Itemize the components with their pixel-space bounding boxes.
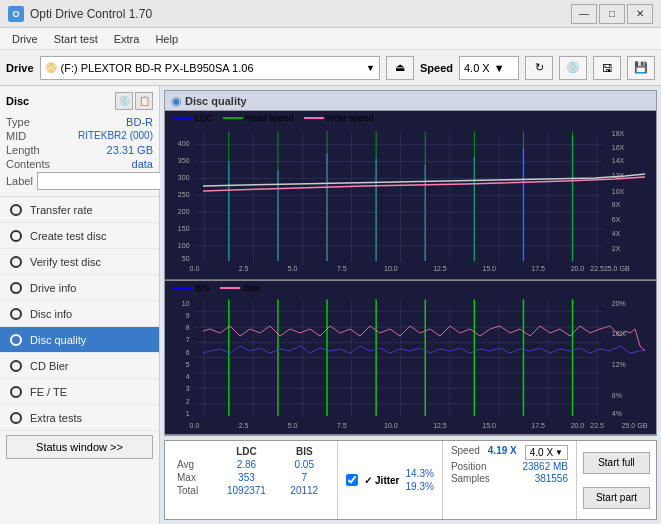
svg-text:18X: 18X	[612, 130, 625, 137]
close-button[interactable]: ✕	[627, 4, 653, 24]
nav-label-disc-quality: Disc quality	[30, 334, 86, 346]
drive-info-icon	[8, 280, 24, 296]
svg-text:5.0: 5.0	[288, 422, 298, 429]
menu-extra[interactable]: Extra	[106, 31, 148, 47]
speed-dropdown[interactable]: 4.0 X ▼	[525, 445, 568, 460]
jitter-checkbox[interactable]	[346, 474, 358, 486]
stats-row: LDC BIS Avg 2.86 0.05 Max 353 7 Total	[164, 440, 657, 520]
svg-text:9: 9	[186, 311, 190, 318]
disc-section: Disc 💿 📋 Type BD-R MID RITEKBR2 (000) Le…	[0, 86, 159, 197]
max-jitter: 19.3%	[406, 481, 434, 492]
drive-selector[interactable]: 📀 (F:) PLEXTOR BD-R PX-LB950SA 1.06 ▼	[40, 56, 380, 80]
eject-button[interactable]: ⏏	[386, 56, 414, 80]
start-part-button[interactable]: Start part	[583, 487, 650, 509]
length-label: Length	[6, 144, 40, 156]
svg-text:12%: 12%	[612, 361, 626, 368]
avg-jitter: 14.3%	[406, 468, 434, 479]
svg-text:8X: 8X	[612, 201, 621, 208]
svg-text:8: 8	[186, 324, 190, 331]
sidebar-item-drive-info[interactable]: Drive info	[0, 275, 159, 301]
svg-text:20%: 20%	[612, 299, 626, 306]
svg-text:15.0: 15.0	[482, 422, 496, 429]
contents-label: Contents	[6, 158, 50, 170]
start-full-button[interactable]: Start full	[583, 452, 650, 474]
menu-help[interactable]: Help	[147, 31, 186, 47]
status-window-button[interactable]: Status window >>	[6, 435, 153, 459]
write-legend-item: Write speed	[304, 113, 374, 123]
disc-icon-btn[interactable]: 🖫	[593, 56, 621, 80]
samples-val: 381556	[535, 473, 568, 484]
sidebar-item-create-test-disc[interactable]: Create test disc	[0, 223, 159, 249]
refresh-button[interactable]: ↻	[525, 56, 553, 80]
sidebar-item-fe-te[interactable]: FE / TE	[0, 379, 159, 405]
svg-text:50: 50	[182, 255, 190, 262]
speed-section: Speed 4.19 X 4.0 X ▼ Position 23862 MB S…	[442, 441, 576, 519]
disc-icons: 💿 📋	[115, 92, 153, 110]
maximize-button[interactable]: □	[599, 4, 625, 24]
extra-tests-icon	[8, 410, 24, 426]
svg-text:200: 200	[178, 208, 190, 215]
svg-text:4X: 4X	[612, 230, 621, 237]
drive-dropdown-arrow: ▼	[366, 63, 375, 73]
jitter-section: ✓ Jitter 14.3% 19.3%	[337, 441, 442, 519]
minimize-button[interactable]: —	[571, 4, 597, 24]
sidebar-item-disc-quality[interactable]: Disc quality	[0, 327, 159, 353]
sidebar-item-cd-bier[interactable]: CD Bier	[0, 353, 159, 379]
avg-bis: 0.05	[279, 458, 329, 471]
svg-text:22.5: 22.5	[590, 265, 604, 272]
svg-text:10.0: 10.0	[384, 422, 398, 429]
speed-selector[interactable]: 4.0 X ▼	[459, 56, 519, 80]
disc-type-row: Type BD-R	[6, 116, 153, 128]
burn-button[interactable]: 💿	[559, 56, 587, 80]
quality-panel-title: Disc quality	[185, 95, 247, 107]
menubar: Drive Start test Extra Help	[0, 28, 661, 50]
position-val: 23862 MB	[522, 461, 568, 472]
quality-panel-header: ◉ Disc quality	[165, 91, 656, 111]
disc-mid-row: MID RITEKBR2 (000)	[6, 130, 153, 142]
disc-label-row: Label 🔍	[6, 172, 153, 190]
svg-text:7.5: 7.5	[337, 422, 347, 429]
read-dot	[223, 117, 243, 119]
stats-table: LDC BIS Avg 2.86 0.05 Max 353 7 Total	[165, 441, 337, 519]
app-icon: O	[8, 6, 24, 22]
disc-title: Disc	[6, 95, 29, 107]
avg-ldc: 2.86	[214, 458, 280, 471]
save-button[interactable]: 💾	[627, 56, 655, 80]
disc-icon-1[interactable]: 💿	[115, 92, 133, 110]
samples-row: Samples 381556	[451, 473, 568, 484]
sidebar-item-extra-tests[interactable]: Extra tests	[0, 405, 159, 431]
bis-chart: BIS Jitter	[165, 281, 656, 435]
svg-text:400: 400	[178, 140, 190, 147]
position-label: Position	[451, 461, 487, 472]
svg-text:10: 10	[182, 299, 190, 306]
disc-icon-2[interactable]: 📋	[135, 92, 153, 110]
label-input[interactable]	[37, 172, 170, 190]
total-label: Total	[173, 484, 214, 497]
content-area: ◉ Disc quality LDC Read speed	[160, 86, 661, 524]
sidebar-item-disc-info[interactable]: Disc info	[0, 301, 159, 327]
svg-text:12.5: 12.5	[433, 265, 447, 272]
max-label: Max	[173, 471, 214, 484]
sidebar-item-verify-test-disc[interactable]: Verify test disc	[0, 249, 159, 275]
cd-bier-icon	[8, 358, 24, 374]
drivebar: Drive 📀 (F:) PLEXTOR BD-R PX-LB950SA 1.0…	[0, 50, 661, 86]
speed-row: Speed 4.19 X 4.0 X ▼	[451, 445, 568, 460]
svg-text:20.0: 20.0	[571, 422, 585, 429]
nav-label-verify-test-disc: Verify test disc	[30, 256, 101, 268]
write-dot	[304, 117, 324, 119]
label-label: Label	[6, 175, 33, 187]
svg-text:0.0: 0.0	[190, 422, 200, 429]
mid-label: MID	[6, 130, 26, 142]
menu-drive[interactable]: Drive	[4, 31, 46, 47]
create-test-disc-icon	[8, 228, 24, 244]
svg-text:25.0 GB: 25.0 GB	[604, 265, 630, 272]
disc-length-row: Length 23.31 GB	[6, 144, 153, 156]
svg-text:1: 1	[186, 410, 190, 417]
position-row: Position 23862 MB	[451, 461, 568, 472]
svg-text:14X: 14X	[612, 157, 625, 164]
sidebar-item-transfer-rate[interactable]: Transfer rate	[0, 197, 159, 223]
svg-text:2.5: 2.5	[239, 422, 249, 429]
nav-label-cd-bier: CD Bier	[30, 360, 69, 372]
speed-dropdown-val: 4.0 X	[530, 447, 553, 458]
menu-start-test[interactable]: Start test	[46, 31, 106, 47]
